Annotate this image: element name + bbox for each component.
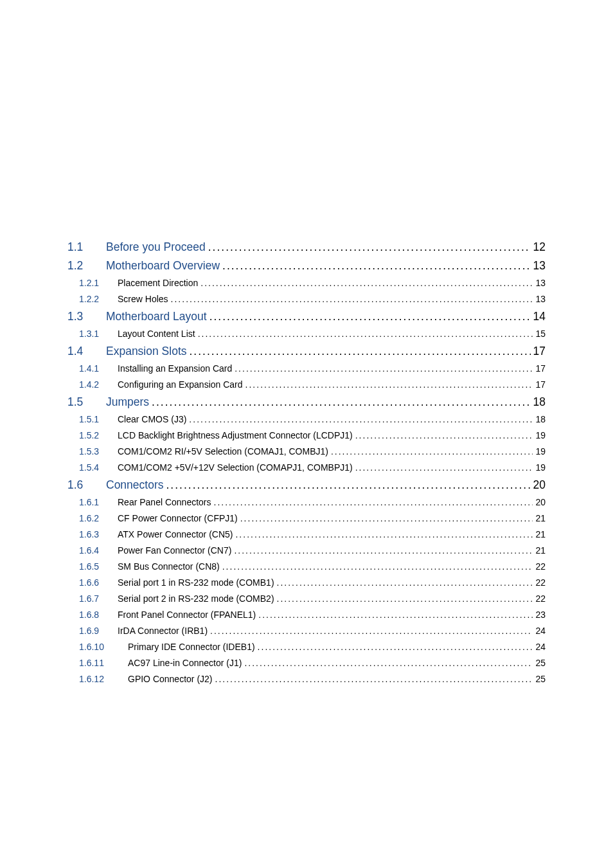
toc-title: Rear Panel Connectors	[118, 494, 214, 511]
toc-entry[interactable]: 1.6.3 ATX Power Connector (CN5) 21	[67, 527, 546, 543]
toc-page-number: 21	[533, 511, 546, 527]
toc-number: 1.4.1	[79, 361, 118, 377]
toc-title: AC97 Line-in Connector (J1)	[128, 655, 244, 671]
toc-page-number: 13	[531, 257, 546, 275]
toc-entry[interactable]: 1.6.12 GPIO Connector (J2) 25	[67, 671, 546, 687]
toc-title: Front Panel Connector (FPANEL1)	[118, 607, 258, 623]
toc-number: 1.6.3	[79, 527, 118, 543]
toc-entry[interactable]: 1.6.4 Power Fan Connector (CN7) 21	[67, 543, 546, 559]
toc-title: Placement Direction	[118, 275, 200, 291]
toc-leader	[208, 238, 531, 256]
toc-entry[interactable]: 1.3 Motherboard Layout 14	[67, 307, 546, 325]
toc-title: Motherboard Layout	[106, 307, 209, 325]
toc-title: Configuring an Expansion Card	[118, 377, 245, 393]
toc-number: 1.6.2	[79, 511, 118, 527]
toc-leader	[198, 326, 533, 342]
toc-number: 1.4.2	[79, 377, 118, 393]
toc-page-number: 25	[533, 671, 546, 687]
toc-page-number: 19	[533, 444, 546, 460]
toc-entry[interactable]: 1.4.1 Installing an Expansion Card 17	[67, 361, 546, 377]
toc-page-number: 23	[533, 607, 546, 623]
toc-page-number: 13	[533, 291, 546, 307]
toc-entry[interactable]: 1.6.9 IrDA Connector (IRB1) 24	[67, 623, 546, 639]
toc-page-number: 21	[533, 543, 546, 559]
toc-page-number: 24	[533, 639, 546, 655]
toc-leader	[235, 527, 533, 543]
toc-leader	[200, 275, 533, 291]
toc-leader	[277, 591, 533, 607]
toc-title: Screw Holes	[118, 291, 171, 307]
toc-leader	[240, 511, 533, 527]
toc-number: 1.6.9	[79, 623, 118, 639]
toc-entry[interactable]: 1.4.2 Configuring an Expansion Card 17	[67, 377, 546, 393]
toc-number: 1.6.5	[79, 559, 118, 575]
toc-page-number: 13	[533, 275, 546, 291]
toc-number: 1.6.11	[79, 655, 128, 671]
toc-leader	[355, 460, 533, 476]
toc-number: 1.2.1	[79, 275, 118, 291]
toc-entry[interactable]: 1.1 Before you Proceed 12	[67, 238, 546, 256]
toc-number: 1.4	[67, 342, 106, 360]
toc-entry[interactable]: 1.6.5 SM Bus Connector (CN8) 22	[67, 559, 546, 575]
toc-entry[interactable]: 1.2 Motherboard Overview 13	[67, 257, 546, 275]
toc-entry[interactable]: 1.5.3 COM1/COM2 RI/+5V Selection (COMAJ1…	[67, 444, 546, 460]
toc-entry[interactable]: 1.6.11 AC97 Line-in Connector (J1) 25	[67, 655, 546, 671]
toc-leader	[222, 559, 533, 575]
toc-leader	[190, 342, 531, 360]
toc-number: 1.3.1	[79, 326, 118, 342]
toc-entry[interactable]: 1.5.2 LCD Backlight Brightness Adjustmen…	[67, 428, 546, 444]
toc-title: ATX Power Connector (CN5)	[118, 527, 235, 543]
toc-page-number: 25	[533, 655, 546, 671]
toc-entry[interactable]: 1.6.8 Front Panel Connector (FPANEL1) 23	[67, 607, 546, 623]
toc-entry[interactable]: 1.6.6 Serial port 1 in RS-232 mode (COMB…	[67, 575, 546, 591]
toc-leader	[166, 476, 531, 494]
toc-leader	[171, 291, 533, 307]
toc-entry[interactable]: 1.6.1 Rear Panel Connectors 20	[67, 494, 546, 511]
toc-number: 1.6.7	[79, 591, 118, 607]
toc-page-number: 19	[533, 428, 546, 444]
toc-title: IrDA Connector (IRB1)	[118, 623, 210, 639]
toc-number: 1.6	[67, 476, 106, 494]
toc-title: COM1/COM2 +5V/+12V Selection (COMAPJ1, C…	[118, 460, 355, 476]
toc-page-number: 17	[533, 377, 546, 393]
toc-title: Power Fan Connector (CN7)	[118, 543, 234, 559]
toc-entry[interactable]: 1.6.2 CF Power Connector (CFPJ1) 21	[67, 511, 546, 527]
toc-title: Motherboard Overview	[106, 257, 222, 275]
toc-entry[interactable]: 1.6.7 Serial port 2 in RS-232 mode (COMB…	[67, 591, 546, 607]
toc-leader	[222, 257, 531, 275]
toc-number: 1.5.1	[79, 411, 118, 428]
toc-title: Serial port 2 in RS-232 mode (COMB2)	[118, 591, 277, 607]
toc-entry[interactable]: 1.2.2 Screw Holes 13	[67, 291, 546, 307]
toc-page-number: 22	[533, 591, 546, 607]
toc-number: 1.1	[67, 238, 106, 256]
toc-title: Expansion Slots	[106, 342, 190, 360]
toc-page-number: 15	[533, 326, 546, 342]
toc-page-number: 22	[533, 575, 546, 591]
toc-leader	[277, 575, 533, 591]
toc-page-number: 18	[533, 411, 546, 428]
toc-entry[interactable]: 1.5.4 COM1/COM2 +5V/+12V Selection (COMA…	[67, 460, 546, 476]
toc-leader	[355, 428, 533, 444]
toc-page-number: 22	[533, 559, 546, 575]
toc-entry[interactable]: 1.5 Jumpers 18	[67, 393, 546, 411]
toc-title: Layout Content List	[118, 326, 198, 342]
toc-entry[interactable]: 1.6.10 Primary IDE Connector (IDEB1) 24	[67, 639, 546, 655]
toc-leader	[210, 623, 533, 639]
toc-entry[interactable]: 1.2.1 Placement Direction 13	[67, 275, 546, 291]
toc-leader	[244, 655, 533, 671]
toc-entry[interactable]: 1.4 Expansion Slots 17	[67, 342, 546, 360]
toc-page-number: 17	[533, 361, 546, 377]
toc-entry[interactable]: 1.5.1 Clear CMOS (J3) 18	[67, 411, 546, 428]
toc-entry[interactable]: 1.3.1 Layout Content List 15	[67, 326, 546, 342]
toc-title: Serial port 1 in RS-232 mode (COMB1)	[118, 575, 277, 591]
toc-leader	[258, 607, 533, 623]
toc-page-number: 21	[533, 527, 546, 543]
toc-title: CF Power Connector (CFPJ1)	[118, 511, 240, 527]
toc-title: Before you Proceed	[106, 238, 208, 256]
toc-entry[interactable]: 1.6 Connectors 20	[67, 476, 546, 494]
toc-leader	[209, 307, 531, 325]
toc-page-number: 14	[531, 307, 546, 325]
toc-leader	[189, 411, 533, 428]
toc-page-number: 24	[533, 623, 546, 639]
toc-page-number: 17	[531, 342, 546, 360]
